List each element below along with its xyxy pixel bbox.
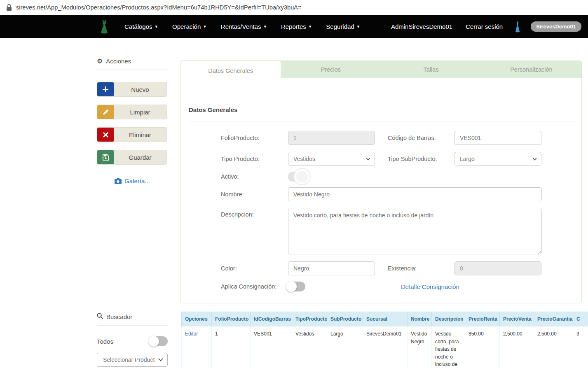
col-nombre: Nombre bbox=[408, 312, 432, 326]
search-icon bbox=[97, 313, 103, 320]
todos-toggle[interactable] bbox=[149, 336, 168, 346]
save-icon bbox=[97, 150, 114, 165]
divider bbox=[97, 325, 168, 326]
codigo-barras-field[interactable] bbox=[454, 131, 541, 145]
tenant-badge: SirevesDemo01 bbox=[531, 21, 581, 32]
col-opciones: Opciones bbox=[182, 312, 212, 326]
x-icon bbox=[97, 127, 114, 142]
col-precio-renta: PrecioRenta bbox=[465, 312, 500, 326]
tab-precios[interactable]: Precios bbox=[281, 61, 381, 78]
cell-tipo-producto: Vestidos bbox=[292, 326, 327, 368]
nuevo-button[interactable]: Nuevo bbox=[97, 82, 167, 97]
tab-datos-generales[interactable]: Datos Generales bbox=[180, 61, 281, 80]
nombre-field[interactable] bbox=[288, 187, 542, 201]
descripcion-field[interactable]: Vestido corto, para fiestas de noche o i… bbox=[288, 208, 542, 254]
tipo-producto-label: Tipo Producto: bbox=[221, 156, 260, 162]
detalle-consignacion-link[interactable]: Detalle Consignación bbox=[401, 283, 459, 290]
nav-menu-reportes[interactable]: Reportes▾ bbox=[281, 23, 311, 30]
cell-sucursal: SirevesDemo01 bbox=[363, 326, 408, 368]
cell-descripcion: Vestido corto, para fiestas de noche o i… bbox=[432, 326, 465, 368]
galeria-link[interactable]: Galería... bbox=[115, 177, 150, 184]
tipo-producto-select[interactable]: Vestidos bbox=[288, 152, 375, 166]
user-dress-icon bbox=[514, 21, 521, 33]
aplica-consignacion-toggle[interactable] bbox=[286, 282, 305, 291]
chevron-down-icon bbox=[532, 158, 537, 161]
cell-id-codigo-barras: VES001 bbox=[251, 326, 292, 368]
tabbar: Datos Generales Precios Tallas Personali… bbox=[180, 61, 582, 78]
color-field[interactable] bbox=[288, 261, 375, 275]
editar-link[interactable]: Editar bbox=[185, 331, 198, 337]
cell-precio-renta: 850.00 bbox=[465, 326, 500, 368]
cell-precio-garantia: 2,500.00 bbox=[534, 326, 573, 368]
limpiar-button[interactable]: Limpiar bbox=[97, 105, 167, 119]
nombre-label: Nombre: bbox=[221, 191, 244, 198]
chevron-down-icon: ▾ bbox=[357, 24, 360, 29]
nav-username[interactable]: AdminSirevesDemo01 bbox=[391, 23, 452, 30]
top-navbar: Catálogos▾ Operación▾ Rentas/Ventas▾ Rep… bbox=[0, 15, 588, 38]
buscador-panel: Buscador Todos Seleccionar Product bbox=[97, 313, 168, 367]
acciones-panel: ⚙ Acciones Nuevo Limpiar Eliminar bbox=[97, 58, 168, 184]
cell-nombre: Vestido Negro bbox=[408, 326, 432, 368]
table-row: Editar 1 VES001 Vestidos Largo SirevesDe… bbox=[182, 326, 588, 368]
eliminar-button[interactable]: Eliminar bbox=[97, 127, 167, 142]
tab-tallas[interactable]: Tallas bbox=[381, 61, 481, 78]
col-id-codigo-barras: IdCodigoBarras bbox=[251, 312, 292, 326]
chevron-down-icon bbox=[158, 358, 163, 361]
nav-menu-operacion[interactable]: Operación▾ bbox=[172, 23, 206, 30]
pencil-icon bbox=[97, 105, 114, 119]
col-sucursal: Sucursal bbox=[363, 312, 408, 326]
datos-generales-body: Datos Generales FolioProducto: Código de… bbox=[180, 78, 582, 303]
chevron-down-icon: ▾ bbox=[204, 24, 206, 29]
section-title: Datos Generales bbox=[189, 106, 237, 113]
table-header-row: Opciones FolioProducto IdCodigoBarras Ti… bbox=[182, 312, 588, 326]
cell-folio: 1 bbox=[212, 326, 251, 368]
producto-select[interactable]: Seleccionar Product bbox=[97, 353, 168, 367]
color-label: Color: bbox=[221, 265, 237, 272]
cell-clipped: 3 bbox=[573, 326, 588, 368]
divider bbox=[189, 121, 574, 121]
folio-producto-label: FolioProducto: bbox=[221, 135, 260, 141]
nav-menus: Catálogos▾ Operación▾ Rentas/Ventas▾ Rep… bbox=[124, 23, 374, 30]
productos-table: Opciones FolioProducto IdCodigoBarras Ti… bbox=[181, 312, 588, 368]
aplica-consignacion-label: Aplica Consignación: bbox=[221, 283, 276, 290]
chevron-down-icon: ▾ bbox=[155, 24, 158, 29]
producto-detail-panel: Datos Generales Precios Tallas Personali… bbox=[180, 61, 582, 303]
divider bbox=[97, 70, 168, 70]
browser-url-bar[interactable]: sireves.net/App_Modulos/Operaciones/Prod… bbox=[0, 0, 588, 15]
tipo-subproducto-label: Tipo SubProducto: bbox=[388, 156, 437, 162]
chevron-down-icon: ▾ bbox=[309, 24, 312, 29]
todos-label: Todos bbox=[97, 338, 113, 345]
col-precio-garantia: PrecioGarantia bbox=[534, 312, 573, 326]
brand-dress-icon[interactable] bbox=[99, 19, 110, 34]
folio-producto-field bbox=[288, 131, 375, 145]
plus-icon bbox=[97, 82, 114, 97]
productos-table-container: Opciones FolioProducto IdCodigoBarras Ti… bbox=[181, 312, 588, 368]
productos-page: sireves.net/App_Modulos/Operaciones/Prod… bbox=[0, 0, 588, 368]
activo-toggle[interactable] bbox=[288, 172, 307, 182]
tab-personalizacion[interactable]: Personalización bbox=[481, 61, 581, 78]
buscador-title: Buscador bbox=[106, 313, 132, 320]
col-clipped: C bbox=[573, 312, 588, 326]
existencia-label: Existencia: bbox=[388, 265, 417, 272]
col-precio-venta: PrecioVenta bbox=[500, 312, 534, 326]
nav-menu-seguridad[interactable]: Seguridad▾ bbox=[326, 23, 359, 30]
cell-precio-venta: 2,500.00 bbox=[500, 326, 534, 368]
camera-icon bbox=[115, 178, 122, 184]
lock-icon[interactable] bbox=[7, 4, 12, 11]
col-tipo-producto: TipoProducto bbox=[292, 312, 327, 326]
codigo-barras-label: Código de Barras: bbox=[388, 135, 436, 141]
descripcion-label: Descripcion: bbox=[221, 211, 254, 218]
buscador-header: Buscador bbox=[97, 313, 168, 320]
tipo-subproducto-select[interactable]: Largo bbox=[454, 152, 541, 166]
activo-label: Activo: bbox=[221, 173, 239, 180]
existencia-field bbox=[454, 261, 541, 275]
chevron-down-icon bbox=[366, 158, 370, 161]
guardar-button[interactable]: Guardar bbox=[97, 150, 167, 165]
acciones-header: ⚙ Acciones bbox=[97, 58, 168, 65]
cell-sub-producto: Largo bbox=[327, 326, 363, 368]
url-text[interactable]: sireves.net/App_Modulos/Operaciones/Prod… bbox=[16, 4, 302, 11]
logout-link[interactable]: Cerrar sesión bbox=[466, 23, 503, 30]
col-folio-producto: FolioProducto bbox=[212, 312, 251, 326]
nav-menu-rentas-ventas[interactable]: Rentas/Ventas▾ bbox=[221, 23, 266, 30]
nav-menu-catalogos[interactable]: Catálogos▾ bbox=[124, 23, 157, 30]
